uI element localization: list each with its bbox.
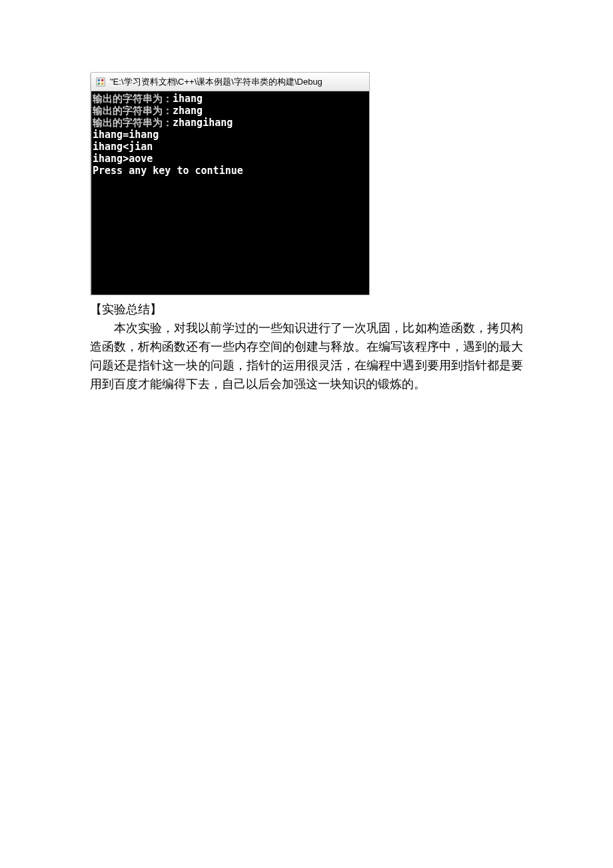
- document-text: 【实验总结】 本次实验，对我以前学过的一些知识进行了一次巩固，比如构造函数，拷贝…: [90, 301, 523, 393]
- output-value: zhangihang: [173, 117, 233, 129]
- console-line: ihang=ihang: [93, 129, 368, 141]
- output-label: 输出的字符串为：: [93, 117, 173, 129]
- section-heading: 【实验总结】: [90, 301, 523, 319]
- output-label: 输出的字符串为：: [93, 93, 173, 105]
- console-line: 输出的字符串为：zhangihang: [93, 117, 368, 129]
- output-label: 输出的字符串为：: [93, 105, 173, 117]
- console-line: ihang>aove: [93, 153, 368, 165]
- console-line: ihang<jian: [93, 141, 368, 153]
- console-output: 输出的字符串为：ihang 输出的字符串为：zhang 输出的字符串为：zhan…: [91, 91, 369, 295]
- svg-rect-1: [98, 79, 101, 81]
- svg-rect-2: [101, 79, 104, 81]
- output-value: zhang: [173, 105, 203, 117]
- console-line: Press any key to continue: [93, 165, 368, 177]
- svg-rect-3: [98, 82, 101, 85]
- window-title: "E:\学习资料文档\C++\课本例题\字符串类的构建\Debug: [110, 76, 322, 88]
- console-window: "E:\学习资料文档\C++\课本例题\字符串类的构建\Debug 输出的字符串…: [90, 72, 370, 295]
- paragraph: 本次实验，对我以前学过的一些知识进行了一次巩固，比如构造函数，拷贝构造函数，析构…: [90, 319, 523, 394]
- app-icon: [95, 77, 106, 87]
- console-line: 输出的字符串为：zhang: [93, 105, 368, 117]
- console-line: 输出的字符串为：ihang: [93, 93, 368, 105]
- output-value: ihang: [173, 93, 203, 105]
- window-titlebar: "E:\学习资料文档\C++\课本例题\字符串类的构建\Debug: [91, 73, 369, 91]
- svg-rect-4: [101, 82, 104, 85]
